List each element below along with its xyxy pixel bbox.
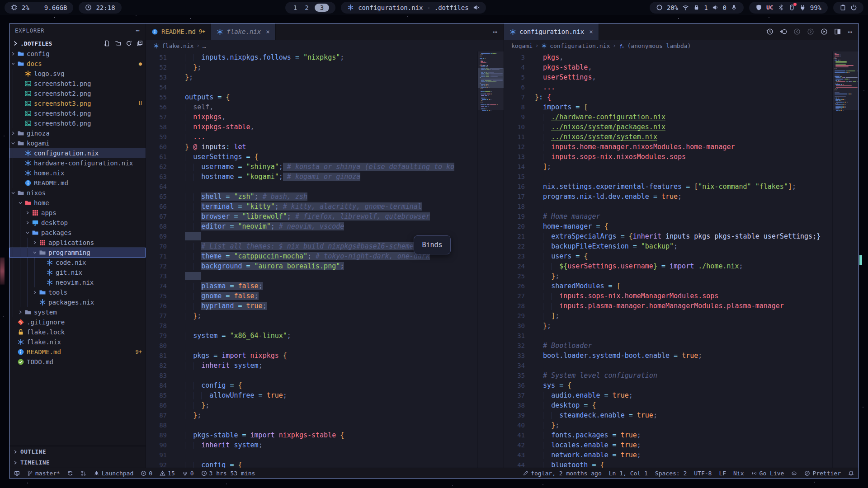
status-item-ln[interactable]: Ln 1, Col 1 bbox=[609, 468, 648, 479]
tree-item-readme.md[interactable]: README.md bbox=[9, 178, 146, 188]
split-icon[interactable] bbox=[834, 28, 841, 35]
code-line[interactable]: 39 steamdeck.enable = true; bbox=[504, 410, 832, 420]
code-line[interactable]: 59 ... bbox=[146, 132, 477, 142]
code-line[interactable]: 44 bluetooth = { bbox=[504, 460, 832, 468]
minimap-viewport[interactable] bbox=[833, 52, 859, 110]
tree-item-programming[interactable]: programming bbox=[9, 248, 146, 258]
code-line[interactable]: 66 terminal = "kitty"; # kitty, alacritt… bbox=[146, 202, 477, 211]
code-line[interactable]: 76 hyprland = true; bbox=[146, 301, 477, 311]
code-line[interactable]: 61 userSettings = { bbox=[146, 152, 477, 162]
tree-item-hardware-configuration.nix[interactable]: hardware-configuration.nix bbox=[9, 158, 146, 168]
tree-item-apps[interactable]: apps bbox=[9, 208, 146, 218]
status-item-remote[interactable] bbox=[14, 468, 20, 479]
status-item-3[interactable]: 3 hrs 53 mins bbox=[201, 468, 255, 479]
status-item-0[interactable]: 0 bbox=[141, 468, 152, 479]
code-line[interactable]: 37 audio.enable = true; bbox=[504, 390, 832, 400]
tree-item-git.nix[interactable]: git.nix bbox=[9, 267, 146, 277]
tree-item-tools[interactable]: tools bbox=[9, 287, 146, 297]
code-line[interactable]: 38 desktop = { bbox=[504, 400, 832, 410]
code-line[interactable]: 17 programs.nix-ld.dev.enable = true; bbox=[504, 192, 832, 202]
tree-item-logo.svg[interactable]: logo.svg bbox=[9, 69, 146, 79]
code-line[interactable]: 16 nix.settings.experimental-features = … bbox=[504, 182, 832, 192]
code-line[interactable]: 64 bbox=[146, 182, 477, 192]
code-line[interactable]: 18 bbox=[504, 202, 832, 211]
breadcrumb-right[interactable]: kogami›configuration.nix›ƒx(anonymous la… bbox=[504, 40, 859, 52]
status-item-master*[interactable]: master* bbox=[27, 468, 60, 479]
nav-back-icon[interactable] bbox=[793, 28, 801, 35]
code-line[interactable]: 14 ]; bbox=[504, 162, 832, 172]
code-line[interactable]: 23 users = { bbox=[504, 251, 832, 261]
code-line[interactable]: 43 network.enable = true; bbox=[504, 450, 832, 460]
status-item-prettier[interactable]: Prettier bbox=[804, 468, 841, 479]
minimap-right[interactable] bbox=[832, 52, 859, 468]
refresh-explorer-button[interactable] bbox=[126, 40, 132, 47]
close-icon[interactable]: × bbox=[589, 28, 593, 35]
code-line[interactable]: 58 nixpkgs-stable, bbox=[146, 122, 477, 132]
tab-flake-nix[interactable]: flake.nix× bbox=[211, 23, 275, 40]
code-line[interactable]: 15 bbox=[504, 172, 832, 182]
code-line[interactable]: 56 self, bbox=[146, 102, 477, 112]
clock-pill[interactable]: 22:18 bbox=[79, 2, 121, 14]
status-item-foglar[interactable]: foglar, 2 months ago bbox=[523, 468, 602, 479]
code-line[interactable]: 54 bbox=[146, 82, 477, 92]
code-line[interactable]: 80 bbox=[146, 341, 477, 351]
code-line[interactable]: 42 locales.enable = true; bbox=[504, 440, 832, 450]
code-line[interactable]: 30 }; bbox=[504, 321, 832, 331]
code-line[interactable]: 36 sys = { bbox=[504, 380, 832, 390]
code-line[interactable]: 85 allowUnfree = true; bbox=[146, 390, 477, 400]
hardware-pill[interactable]: 20% 1 0 bbox=[650, 2, 744, 14]
tree-item-ginoza[interactable]: ginoza bbox=[9, 128, 146, 138]
status-item-15[interactable]: 15 bbox=[160, 468, 175, 479]
code-line[interactable]: 19 # Home manager bbox=[504, 211, 832, 221]
workspace-2[interactable]: 2 bbox=[303, 4, 310, 11]
stats-pill[interactable]: 2% 9.66GB bbox=[5, 2, 73, 14]
more-actions-button[interactable]: ⋯ bbox=[493, 28, 497, 36]
code-line[interactable]: 24 ${userSettings.username} = import ./h… bbox=[504, 261, 832, 271]
status-item-lf[interactable]: LF bbox=[719, 468, 726, 479]
status-item-bell[interactable] bbox=[848, 468, 854, 479]
code-line[interactable]: 89 pkgs-stable = import nixpkgs-stable { bbox=[146, 430, 477, 440]
code-line[interactable]: 88 bbox=[146, 420, 477, 430]
tree-item-screenshot6.png[interactable]: screenshot6.png bbox=[9, 118, 146, 128]
code-line[interactable]: 82 inherit system; bbox=[146, 361, 477, 371]
tree-item-packages.nix[interactable]: packages.nix bbox=[9, 297, 146, 307]
code-line[interactable]: 41 fonts.packages = true; bbox=[504, 430, 832, 440]
status-item-copilot[interactable] bbox=[791, 468, 797, 479]
breadcrumb-item[interactable]: kogami bbox=[511, 42, 533, 49]
tree-item-readme.md[interactable]: README.md9+ bbox=[9, 347, 146, 357]
run-icon[interactable] bbox=[821, 28, 828, 35]
code-line[interactable]: 10 ../nixos/system/packages.nix bbox=[504, 122, 832, 132]
new-folder-button[interactable] bbox=[115, 40, 121, 47]
tree-item-configuration.nix[interactable]: configuration.nix bbox=[9, 148, 146, 158]
tree-item-neovim.nix[interactable]: neovim.nix bbox=[9, 277, 146, 287]
more-actions-button[interactable]: ⋯ bbox=[848, 28, 852, 36]
code-line[interactable]: 83 bbox=[146, 371, 477, 380]
breadcrumb-left[interactable]: flake.nix›… bbox=[146, 40, 504, 52]
tree-item-screenshot4.png[interactable]: screenshot4.png bbox=[9, 108, 146, 118]
code-line[interactable]: 75 gnome = false; bbox=[146, 291, 477, 301]
tree-item-screenshot1.png[interactable]: screenshot1.png bbox=[9, 79, 146, 89]
code-line[interactable]: 32 # Bootloader bbox=[504, 341, 832, 351]
code-line[interactable]: 91 bbox=[146, 450, 477, 460]
workspace-3[interactable]: 3 bbox=[315, 4, 329, 12]
tree-item-config[interactable]: config bbox=[9, 49, 146, 59]
tree-item-flake.lock[interactable]: flake.lock bbox=[9, 327, 146, 337]
code-line[interactable]: 27 inputs.sops-nix.homeManagerModules.so… bbox=[504, 291, 832, 301]
tab-configuration-nix[interactable]: configuration.nix× bbox=[504, 23, 599, 40]
code-editor-right[interactable]: 3 pkgs,4 pkgs-stable,5 userSettings,6 ..… bbox=[504, 52, 832, 468]
code-line[interactable]: 4 pkgs-stable, bbox=[504, 62, 832, 72]
code-line[interactable]: 7}: { bbox=[504, 92, 832, 102]
compare-icon[interactable] bbox=[780, 28, 787, 35]
code-line[interactable]: 52 }; bbox=[146, 62, 477, 72]
close-icon[interactable]: × bbox=[266, 28, 269, 35]
outline-section-header[interactable]: OUTLINE bbox=[9, 446, 146, 457]
status-item-sync[interactable] bbox=[67, 468, 73, 479]
nav-fwd-icon[interactable] bbox=[807, 28, 814, 35]
devices-pill[interactable]: UC 99% bbox=[749, 2, 828, 14]
timeline-section-header[interactable]: TIMELINE bbox=[9, 457, 146, 468]
code-line[interactable]: 68 editor = "neovim"; # neovim, vscode bbox=[146, 221, 477, 231]
clipboard-icon[interactable] bbox=[840, 4, 846, 11]
code-line[interactable]: 72 background = "aurora_borealis.png"; bbox=[146, 261, 477, 271]
code-line[interactable]: 84 config = { bbox=[146, 380, 477, 390]
tree-item-todo.md[interactable]: TODO.md bbox=[9, 357, 146, 367]
